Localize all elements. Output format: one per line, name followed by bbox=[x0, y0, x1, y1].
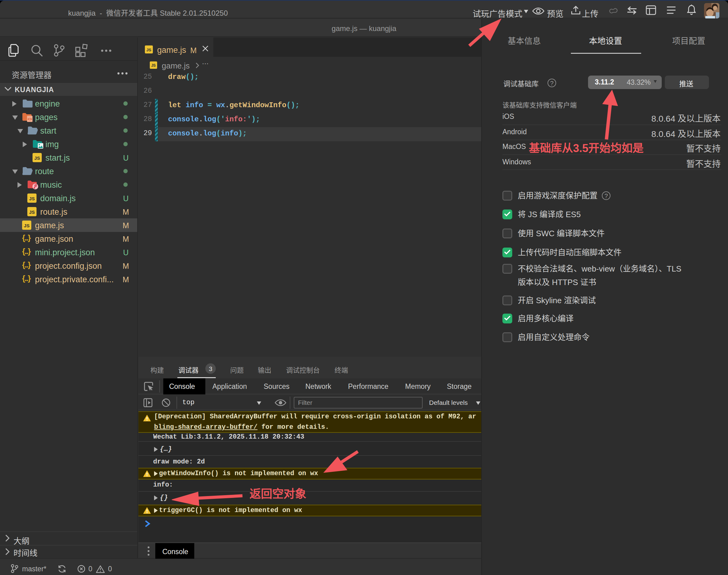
svg-text:<>: <> bbox=[27, 117, 32, 121]
